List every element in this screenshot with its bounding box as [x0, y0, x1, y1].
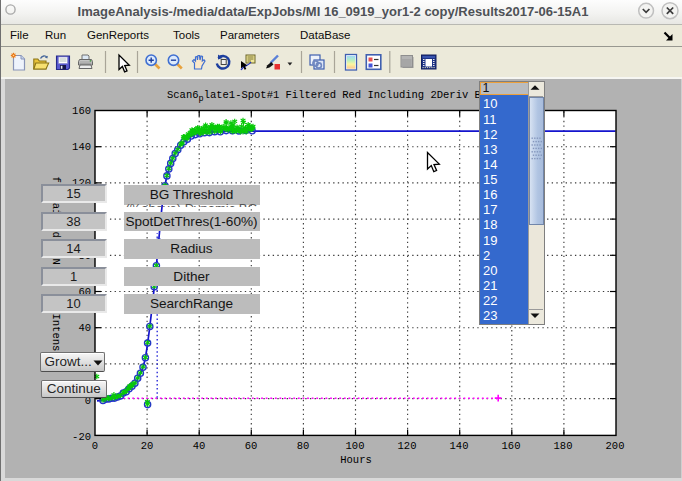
svg-text:80: 80 — [297, 440, 310, 452]
svg-text:f: f — [50, 177, 62, 183]
svg-text:20: 20 — [141, 440, 154, 452]
svg-text:40: 40 — [193, 440, 206, 452]
svg-text:d: d — [50, 232, 62, 238]
svg-text:100: 100 — [346, 440, 365, 452]
svg-text:160: 160 — [502, 440, 521, 452]
svg-text:Hours: Hours — [340, 454, 372, 466]
svg-text:0: 0 — [92, 440, 98, 452]
svg-text:180: 180 — [554, 440, 573, 452]
svg-text:N: N — [50, 259, 62, 265]
svg-text:Scan6plate1-Spot#1 Filtered Re: Scan6plate1-Spot#1 Filtered Red Includin… — [167, 89, 487, 104]
svg-text:120: 120 — [398, 440, 417, 452]
svg-text:160: 160 — [72, 105, 91, 117]
svg-text:60: 60 — [245, 440, 258, 452]
svg-text:-20: -20 — [72, 431, 91, 443]
svg-text:140: 140 — [72, 141, 91, 153]
svg-text:200: 200 — [606, 440, 625, 452]
svg-text:40: 40 — [78, 322, 91, 334]
svg-text:140: 140 — [450, 440, 469, 452]
